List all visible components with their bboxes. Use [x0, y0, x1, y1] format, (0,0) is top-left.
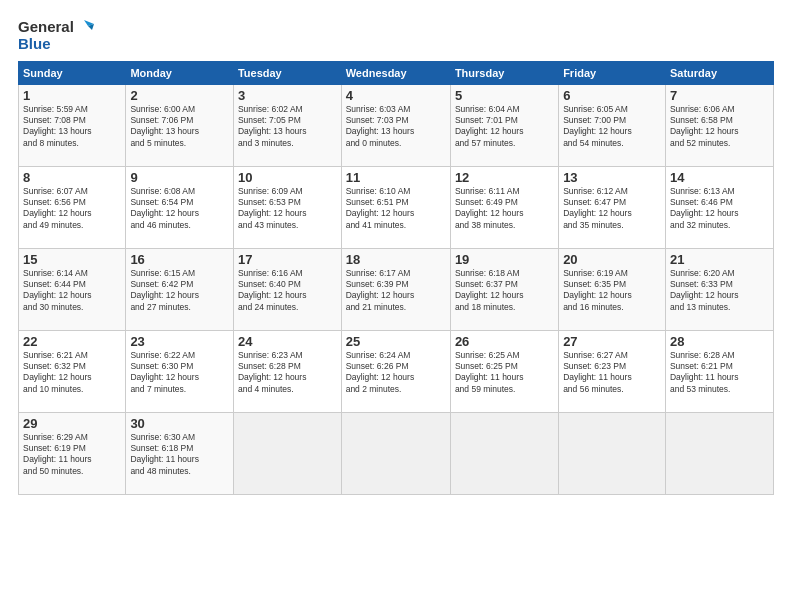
cell-info: Sunrise: 6:23 AMSunset: 6:28 PMDaylight:… — [238, 350, 337, 396]
day-number: 23 — [130, 334, 229, 349]
col-header-tuesday: Tuesday — [233, 61, 341, 84]
calendar-cell: 10Sunrise: 6:09 AMSunset: 6:53 PMDayligh… — [233, 166, 341, 248]
calendar-cell: 24Sunrise: 6:23 AMSunset: 6:28 PMDayligh… — [233, 330, 341, 412]
calendar-cell: 9Sunrise: 6:08 AMSunset: 6:54 PMDaylight… — [126, 166, 234, 248]
day-number: 22 — [23, 334, 121, 349]
calendar-cell: 16Sunrise: 6:15 AMSunset: 6:42 PMDayligh… — [126, 248, 234, 330]
calendar-cell — [665, 412, 773, 494]
day-number: 29 — [23, 416, 121, 431]
calendar-cell: 26Sunrise: 6:25 AMSunset: 6:25 PMDayligh… — [450, 330, 558, 412]
logo-text: General Blue — [18, 18, 94, 53]
calendar-cell: 14Sunrise: 6:13 AMSunset: 6:46 PMDayligh… — [665, 166, 773, 248]
calendar-cell — [559, 412, 666, 494]
calendar-cell: 15Sunrise: 6:14 AMSunset: 6:44 PMDayligh… — [19, 248, 126, 330]
calendar-cell: 23Sunrise: 6:22 AMSunset: 6:30 PMDayligh… — [126, 330, 234, 412]
cell-info: Sunrise: 6:19 AMSunset: 6:35 PMDaylight:… — [563, 268, 661, 314]
cell-info: Sunrise: 6:24 AMSunset: 6:26 PMDaylight:… — [346, 350, 446, 396]
day-number: 17 — [238, 252, 337, 267]
cell-info: Sunrise: 6:02 AMSunset: 7:05 PMDaylight:… — [238, 104, 337, 150]
calendar-cell: 19Sunrise: 6:18 AMSunset: 6:37 PMDayligh… — [450, 248, 558, 330]
calendar-cell: 13Sunrise: 6:12 AMSunset: 6:47 PMDayligh… — [559, 166, 666, 248]
calendar-cell: 18Sunrise: 6:17 AMSunset: 6:39 PMDayligh… — [341, 248, 450, 330]
day-number: 30 — [130, 416, 229, 431]
day-number: 11 — [346, 170, 446, 185]
calendar-cell: 12Sunrise: 6:11 AMSunset: 6:49 PMDayligh… — [450, 166, 558, 248]
day-number: 1 — [23, 88, 121, 103]
calendar-table: SundayMondayTuesdayWednesdayThursdayFrid… — [18, 61, 774, 495]
calendar-cell: 3Sunrise: 6:02 AMSunset: 7:05 PMDaylight… — [233, 84, 341, 166]
cell-info: Sunrise: 6:07 AMSunset: 6:56 PMDaylight:… — [23, 186, 121, 232]
page-header: General Blue — [18, 18, 774, 53]
day-number: 26 — [455, 334, 554, 349]
calendar-cell: 11Sunrise: 6:10 AMSunset: 6:51 PMDayligh… — [341, 166, 450, 248]
day-number: 27 — [563, 334, 661, 349]
col-header-sunday: Sunday — [19, 61, 126, 84]
calendar-cell: 2Sunrise: 6:00 AMSunset: 7:06 PMDaylight… — [126, 84, 234, 166]
logo-blue: Blue — [18, 36, 94, 53]
calendar-cell: 4Sunrise: 6:03 AMSunset: 7:03 PMDaylight… — [341, 84, 450, 166]
cell-info: Sunrise: 6:04 AMSunset: 7:01 PMDaylight:… — [455, 104, 554, 150]
day-number: 13 — [563, 170, 661, 185]
cell-info: Sunrise: 6:28 AMSunset: 6:21 PMDaylight:… — [670, 350, 769, 396]
cell-info: Sunrise: 6:21 AMSunset: 6:32 PMDaylight:… — [23, 350, 121, 396]
calendar-cell: 5Sunrise: 6:04 AMSunset: 7:01 PMDaylight… — [450, 84, 558, 166]
calendar-cell: 8Sunrise: 6:07 AMSunset: 6:56 PMDaylight… — [19, 166, 126, 248]
cell-info: Sunrise: 6:27 AMSunset: 6:23 PMDaylight:… — [563, 350, 661, 396]
col-header-thursday: Thursday — [450, 61, 558, 84]
calendar-cell: 21Sunrise: 6:20 AMSunset: 6:33 PMDayligh… — [665, 248, 773, 330]
cell-info: Sunrise: 6:03 AMSunset: 7:03 PMDaylight:… — [346, 104, 446, 150]
day-number: 9 — [130, 170, 229, 185]
cell-info: Sunrise: 6:10 AMSunset: 6:51 PMDaylight:… — [346, 186, 446, 232]
day-number: 18 — [346, 252, 446, 267]
calendar-cell: 25Sunrise: 6:24 AMSunset: 6:26 PMDayligh… — [341, 330, 450, 412]
cell-info: Sunrise: 6:09 AMSunset: 6:53 PMDaylight:… — [238, 186, 337, 232]
calendar-cell: 28Sunrise: 6:28 AMSunset: 6:21 PMDayligh… — [665, 330, 773, 412]
col-header-wednesday: Wednesday — [341, 61, 450, 84]
cell-info: Sunrise: 6:29 AMSunset: 6:19 PMDaylight:… — [23, 432, 121, 478]
day-number: 7 — [670, 88, 769, 103]
col-header-saturday: Saturday — [665, 61, 773, 84]
calendar-cell — [450, 412, 558, 494]
day-number: 5 — [455, 88, 554, 103]
col-header-friday: Friday — [559, 61, 666, 84]
day-number: 3 — [238, 88, 337, 103]
day-number: 4 — [346, 88, 446, 103]
day-number: 14 — [670, 170, 769, 185]
cell-info: Sunrise: 5:59 AMSunset: 7:08 PMDaylight:… — [23, 104, 121, 150]
calendar-cell: 7Sunrise: 6:06 AMSunset: 6:58 PMDaylight… — [665, 84, 773, 166]
day-number: 6 — [563, 88, 661, 103]
logo-bird-icon — [76, 18, 94, 36]
day-number: 12 — [455, 170, 554, 185]
cell-info: Sunrise: 6:00 AMSunset: 7:06 PMDaylight:… — [130, 104, 229, 150]
calendar-cell: 1Sunrise: 5:59 AMSunset: 7:08 PMDaylight… — [19, 84, 126, 166]
calendar-cell — [233, 412, 341, 494]
cell-info: Sunrise: 6:22 AMSunset: 6:30 PMDaylight:… — [130, 350, 229, 396]
day-number: 16 — [130, 252, 229, 267]
day-number: 20 — [563, 252, 661, 267]
calendar-cell: 22Sunrise: 6:21 AMSunset: 6:32 PMDayligh… — [19, 330, 126, 412]
day-number: 21 — [670, 252, 769, 267]
calendar-cell: 17Sunrise: 6:16 AMSunset: 6:40 PMDayligh… — [233, 248, 341, 330]
cell-info: Sunrise: 6:15 AMSunset: 6:42 PMDaylight:… — [130, 268, 229, 314]
logo: General Blue — [18, 18, 94, 53]
cell-info: Sunrise: 6:06 AMSunset: 6:58 PMDaylight:… — [670, 104, 769, 150]
cell-info: Sunrise: 6:20 AMSunset: 6:33 PMDaylight:… — [670, 268, 769, 314]
cell-info: Sunrise: 6:14 AMSunset: 6:44 PMDaylight:… — [23, 268, 121, 314]
cell-info: Sunrise: 6:17 AMSunset: 6:39 PMDaylight:… — [346, 268, 446, 314]
cell-info: Sunrise: 6:30 AMSunset: 6:18 PMDaylight:… — [130, 432, 229, 478]
day-number: 10 — [238, 170, 337, 185]
day-number: 28 — [670, 334, 769, 349]
cell-info: Sunrise: 6:08 AMSunset: 6:54 PMDaylight:… — [130, 186, 229, 232]
day-number: 25 — [346, 334, 446, 349]
day-number: 2 — [130, 88, 229, 103]
calendar-cell: 27Sunrise: 6:27 AMSunset: 6:23 PMDayligh… — [559, 330, 666, 412]
calendar-cell — [341, 412, 450, 494]
calendar-cell: 20Sunrise: 6:19 AMSunset: 6:35 PMDayligh… — [559, 248, 666, 330]
calendar-cell: 6Sunrise: 6:05 AMSunset: 7:00 PMDaylight… — [559, 84, 666, 166]
cell-info: Sunrise: 6:05 AMSunset: 7:00 PMDaylight:… — [563, 104, 661, 150]
col-header-monday: Monday — [126, 61, 234, 84]
calendar-cell: 29Sunrise: 6:29 AMSunset: 6:19 PMDayligh… — [19, 412, 126, 494]
day-number: 8 — [23, 170, 121, 185]
cell-info: Sunrise: 6:18 AMSunset: 6:37 PMDaylight:… — [455, 268, 554, 314]
cell-info: Sunrise: 6:16 AMSunset: 6:40 PMDaylight:… — [238, 268, 337, 314]
